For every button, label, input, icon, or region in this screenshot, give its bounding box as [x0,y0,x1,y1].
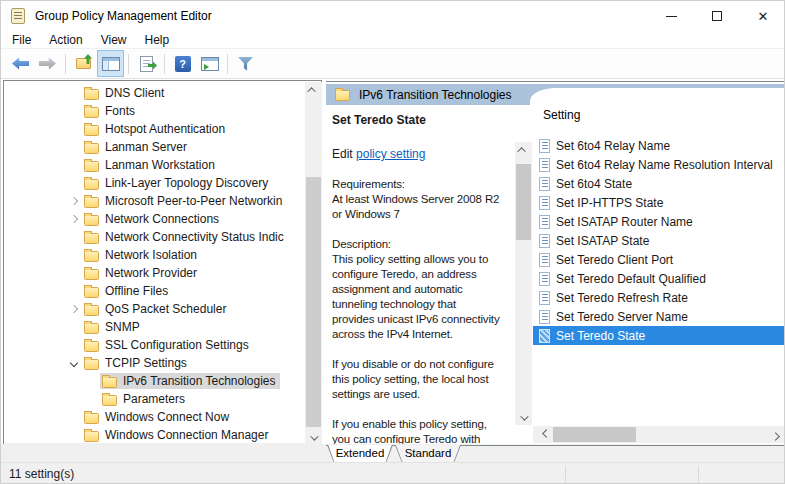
forward-button[interactable] [35,51,60,76]
menu-item-file[interactable]: File [3,33,40,47]
help-button[interactable]: ? [170,51,195,76]
policy-setting-icon [539,291,550,305]
setting-row[interactable]: Set 6to4 Relay Name Resolution Interval [533,155,785,174]
setting-label: Set Teredo Refresh Rate [556,291,688,305]
scroll-down-icon[interactable] [515,410,530,425]
chevron-collapsed-icon[interactable] [66,306,82,312]
tree-item[interactable]: SNMP [4,318,304,336]
tree-item[interactable]: QoS Packet Scheduler [4,300,304,318]
folder-icon [84,287,99,298]
setting-row[interactable]: Set Teredo Default Qualified [533,269,785,288]
scroll-up-icon[interactable] [515,142,530,157]
tree-item-body[interactable]: Hotspot Authentication [82,121,229,137]
back-button[interactable] [8,51,33,76]
tree-item-body[interactable]: Fonts [82,103,139,119]
folder-icon [84,233,99,244]
tree-item[interactable]: Lanman Workstation [4,156,304,174]
tree-item-body[interactable]: Offline Files [82,283,172,299]
results-header-title: IPv6 Transition Technologies [359,88,512,102]
tree-item[interactable]: Microsoft Peer-to-Peer Networkin [4,192,304,210]
chevron-collapsed-icon[interactable] [66,216,82,222]
tree-item-body[interactable]: Windows Connect Now [82,409,233,425]
description-line: This policy setting allows you to [332,252,516,267]
tree-vertical-scrollbar[interactable] [305,82,322,445]
description-line: across the IPv4 Internet. [332,327,516,342]
export-list-button[interactable] [134,51,159,76]
menu-item-help[interactable]: Help [136,33,179,47]
tree-item[interactable]: SSL Configuration Settings [4,336,304,354]
detail-vertical-scrollbar[interactable] [515,142,532,425]
chevron-collapsed-icon[interactable] [66,198,82,204]
scroll-up-icon[interactable] [305,82,320,97]
show-console-tree-button[interactable] [98,51,123,76]
tree-vscroll-thumb[interactable] [306,177,321,427]
up-one-level-icon [76,58,91,69]
tree-item-body[interactable]: DNS Client [82,85,168,101]
tree-item-body[interactable]: TCPIP Settings [82,355,191,371]
maximize-button[interactable] [694,1,740,31]
tree-item[interactable]: Network Provider [4,264,304,282]
tree-item[interactable]: Windows Connect Now [4,408,304,426]
tree-item-body[interactable]: Microsoft Peer-to-Peer Networkin [82,193,286,209]
tab-standard[interactable]: Standard [395,445,461,463]
tree-item-body[interactable]: Network Connections [82,211,223,227]
tree-item-body[interactable]: SSL Configuration Settings [82,337,253,353]
setting-column-header[interactable]: Setting [543,108,580,122]
tree-item[interactable]: Network Isolation [4,246,304,264]
setting-row[interactable]: Set Teredo State [533,326,785,345]
tree-item[interactable]: DNS Client [4,84,304,102]
tree-item[interactable]: TCPIP Settings [4,354,304,372]
setting-row[interactable]: Set IP-HTTPS State [533,193,785,212]
scroll-left-icon[interactable] [537,427,552,442]
list-horizontal-scrollbar[interactable] [533,426,785,443]
tree-item-body[interactable]: Network Isolation [82,247,201,263]
setting-label: Set Teredo Server Name [556,310,688,324]
description-line: provides unicast IPv6 connectivity [332,312,516,327]
setting-row[interactable]: Set Teredo Client Port [533,250,785,269]
minimize-button[interactable] [648,1,694,31]
tree-item[interactable]: Lanman Server [4,138,304,156]
setting-row[interactable]: Set ISATAP Router Name [533,212,785,231]
tree-item-body[interactable]: Parameters [100,391,189,407]
policy-description: Requirements:At least Windows Server 200… [332,177,516,444]
tab-extended[interactable]: Extended [327,445,393,463]
tree-item[interactable]: Link-Layer Topology Discovery [4,174,304,192]
tree-item-body[interactable]: SNMP [82,319,144,335]
setting-row[interactable]: Set ISATAP State [533,231,785,250]
tree-item[interactable]: Fonts [4,102,304,120]
tree-item-body[interactable]: Lanman Server [82,139,191,155]
show-actions-pane-button[interactable] [197,51,222,76]
policy-setting-link[interactable]: policy setting [356,147,425,161]
detail-vscroll-thumb[interactable] [516,164,531,240]
up-one-level-button[interactable] [71,51,96,76]
setting-row[interactable]: Set 6to4 Relay Name [533,136,785,155]
setting-row[interactable]: Set 6to4 State [533,174,785,193]
tree-item[interactable]: Offline Files [4,282,304,300]
menu-item-action[interactable]: Action [40,33,91,47]
tree-item[interactable]: Hotspot Authentication [4,120,304,138]
setting-row[interactable]: Set Teredo Refresh Rate [533,288,785,307]
tree-item[interactable]: Parameters [4,390,304,408]
tree-item[interactable]: Network Connectivity Status Indic [4,228,304,246]
folder-icon [84,341,99,352]
menu-item-view[interactable]: View [92,33,136,47]
close-button[interactable]: ✕ [740,1,785,31]
tree-item[interactable]: IPv6 Transition Technologies [4,372,304,390]
tree-item[interactable]: Network Connections [4,210,304,228]
setting-row[interactable]: Set Teredo Server Name [533,307,785,326]
back-icon [12,58,29,70]
list-hscroll-thumb[interactable] [553,427,636,442]
tree-item-body[interactable]: Windows Connection Manager [82,427,272,443]
policy-setting-icon [539,158,550,172]
tree-item-body[interactable]: Link-Layer Topology Discovery [82,175,272,191]
tree-item-body[interactable]: Network Provider [82,265,201,281]
tree-item-body[interactable]: IPv6 Transition Technologies [100,373,280,389]
tree-item-body[interactable]: QoS Packet Scheduler [82,301,230,317]
tree-item[interactable]: Windows Connection Manager [4,426,304,444]
filter-button[interactable] [233,51,258,76]
tree-item-body[interactable]: Network Connectivity Status Indic [82,229,288,245]
scroll-right-icon[interactable] [769,427,784,442]
tree-item-body[interactable]: Lanman Workstation [82,157,219,173]
tree-item-label: Link-Layer Topology Discovery [105,176,268,190]
chevron-expanded-icon[interactable] [66,360,82,366]
